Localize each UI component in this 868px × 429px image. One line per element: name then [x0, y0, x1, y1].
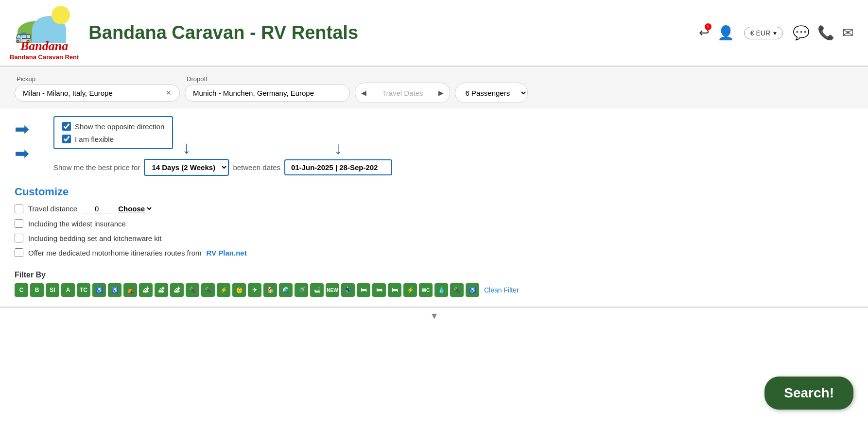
passengers-group: 1 Passenger 2 Passengers 3 Passengers 4 … [455, 73, 528, 103]
widest-insurance-label[interactable]: Including the widest insurance [28, 220, 126, 228]
dropoff-input-wrapper [185, 85, 350, 102]
travel-distance-option: Travel distance Choose km miles [15, 204, 853, 213]
filter-icon-wave[interactable]: 🌊 [279, 283, 293, 297]
arrow-down-duration: ↓ [182, 137, 191, 158]
phone-icon[interactable]: 📞 [817, 25, 834, 41]
opposite-direction-checkbox[interactable] [62, 122, 71, 131]
filter-icon-b[interactable]: B [30, 283, 44, 297]
filter-icon-bed1[interactable]: 🛏 [357, 283, 370, 297]
logo-bandana: Bandana [13, 39, 76, 53]
travel-dates-group: ◀ Travel Dates ▶ [355, 73, 450, 103]
flexible-label[interactable]: I am flexible [75, 135, 114, 143]
filter-icon-new[interactable]: NEW [326, 283, 339, 297]
passengers-select[interactable]: 1 Passenger 2 Passengers 3 Passengers 4 … [455, 83, 528, 103]
filter-icon-shower[interactable]: 🚿 [295, 283, 308, 297]
best-price-text: Show me the best price for [53, 163, 140, 172]
filter-icon-baby[interactable]: 👶 [232, 283, 246, 297]
filter-icon-c[interactable]: C [15, 283, 28, 297]
arrow-opposite-direction: ➡ [15, 119, 29, 139]
travel-distance-label[interactable]: Travel distance [28, 205, 77, 213]
pickup-clear-button[interactable]: ✕ [166, 89, 172, 97]
filter-icon-dog[interactable]: 🐕 [263, 283, 277, 297]
site-title: Bandana Caravan - RV Rentals [88, 22, 358, 43]
logo-subtitle: Bandana Caravan Rent [10, 53, 79, 61]
filter-icon-plug1[interactable]: 🔌 [186, 283, 199, 297]
filter-icon-bed2[interactable]: 🛏 [372, 283, 386, 297]
filter-icon-camp1[interactable]: 🏕 [139, 283, 153, 297]
currency-arrow: ▾ [773, 29, 777, 37]
filter-icon-camp2[interactable]: 🏕 [155, 283, 168, 297]
best-price-row: Show me the best price for ↓ 7 Days (1 W… [53, 159, 853, 176]
itineraries-label[interactable]: Offer me dedicated motorhome itineraries… [28, 249, 202, 257]
widest-insurance-option: Including the widest insurance [15, 219, 853, 228]
travel-dates-next-button[interactable]: ▶ [433, 83, 450, 103]
search-row: Pickup ✕ Dropoff ◀ Travel Dates ▶ 1 Pass… [15, 73, 853, 103]
email-icon[interactable]: ✉ [842, 25, 853, 41]
filter-icon-bolt1[interactable]: ⚡ [217, 283, 230, 297]
filter-icons-row: C B SI A TC ♿ ♿ ⛺ 🏕 🏕 🏕 🔌 🔌 ⚡ 👶 ✈ 🐕 🌊 🚿 … [15, 283, 853, 297]
filter-icon-plane[interactable]: ✈ [248, 283, 261, 297]
clean-filter-link[interactable]: Clean Filter [484, 286, 519, 294]
itineraries-checkbox[interactable] [15, 248, 23, 257]
customize-title: Customize [15, 186, 853, 198]
date-range-input[interactable] [284, 159, 392, 175]
arrow-down-dates: ↓ [334, 138, 343, 158]
contact-icons: 💬 📞 ✉ [793, 25, 853, 41]
filter-icon-a[interactable]: A [61, 283, 75, 297]
between-text: between dates [233, 163, 280, 172]
search-bar: Pickup ✕ Dropoff ◀ Travel Dates ▶ 1 Pass… [0, 67, 868, 108]
filter-icon-wc[interactable]: WC [419, 283, 433, 297]
passengers-label-space [455, 73, 528, 81]
filter-icon-wheelchair2[interactable]: ♿ [108, 283, 122, 297]
widest-insurance-checkbox[interactable] [15, 219, 23, 228]
filter-icon-tc[interactable]: TC [77, 283, 90, 297]
history-icon-container[interactable]: ↩ 1 [699, 25, 710, 40]
itineraries-option: Offer me dedicated motorhome itineraries… [15, 248, 853, 257]
logo-area: 🚌 Bandana Bandana Caravan Rent [10, 5, 79, 61]
bedding-checkbox[interactable] [15, 234, 23, 242]
filter-section: Filter By C B SI A TC ♿ ♿ ⛺ 🏕 🏕 🏕 🔌 🔌 ⚡ … [0, 268, 868, 302]
filter-icon-plug3[interactable]: 🔌 [450, 283, 464, 297]
opposite-direction-label[interactable]: Show the opposite direction [75, 122, 164, 131]
filter-icon-wheelchair[interactable]: ♿ [92, 283, 106, 297]
currency-selector[interactable]: € EUR ▾ [744, 27, 783, 39]
logo-image: 🚌 Bandana [13, 5, 76, 53]
filter-icon-camp3[interactable]: 🏕 [170, 283, 184, 297]
bedding-label[interactable]: Including bedding set and kitchenware ki… [28, 234, 161, 242]
bottom-divider: ▾ [0, 307, 868, 322]
flexible-row: I am flexible [62, 135, 164, 143]
header-left: 🚌 Bandana Bandana Caravan Rent Bandana C… [10, 5, 358, 61]
distance-input[interactable] [82, 205, 111, 213]
customize-section: Customize Travel distance Choose km mile… [0, 181, 868, 268]
options-inner: Show the opposite direction I am flexibl… [15, 116, 853, 176]
user-icon[interactable]: 👤 [717, 25, 734, 41]
filter-icon-tent[interactable]: ⛺ [123, 283, 137, 297]
travel-dates-prev-button[interactable]: ◀ [355, 83, 372, 103]
filter-icon-bed3[interactable]: 🛏 [388, 283, 401, 297]
pickup-input-wrapper: ✕ [15, 85, 180, 102]
filter-icon-water[interactable]: 💧 [434, 283, 448, 297]
flexible-checkbox[interactable] [62, 135, 71, 143]
filter-icon-bath[interactable]: 🛁 [310, 283, 324, 297]
travel-distance-checkbox[interactable] [15, 205, 23, 213]
date-range-container: ↓ [284, 159, 392, 175]
rv-plan-link[interactable]: RV Plan.net [207, 249, 247, 257]
header: 🚌 Bandana Bandana Caravan Rent Bandana C… [0, 0, 868, 67]
history-badge: 1 [705, 23, 712, 30]
choose-dropdown[interactable]: Choose km miles [116, 204, 153, 213]
pickup-input[interactable] [23, 89, 162, 97]
pickup-label: Pickup [15, 75, 180, 83]
whatsapp-icon[interactable]: 💬 [793, 25, 810, 41]
filter-title: Filter By [15, 271, 853, 279]
arrow-flexible: ➡ [15, 143, 29, 164]
filter-icon-si[interactable]: SI [46, 283, 59, 297]
duration-select[interactable]: 7 Days (1 Week) 10 Days 14 Days (2 Weeks… [144, 159, 229, 176]
travel-dates-placeholder: Travel Dates [372, 89, 433, 97]
filter-icon-plug2[interactable]: 🔌 [201, 283, 215, 297]
dropoff-input[interactable] [193, 89, 342, 97]
filter-icon-seat[interactable]: 💺 [341, 283, 355, 297]
filter-icon-access[interactable]: ♿ [466, 283, 479, 297]
currency-label: € EUR [750, 29, 770, 37]
filter-icon-bolt2[interactable]: ⚡ [403, 283, 417, 297]
bedding-option: Including bedding set and kitchenware ki… [15, 234, 853, 242]
